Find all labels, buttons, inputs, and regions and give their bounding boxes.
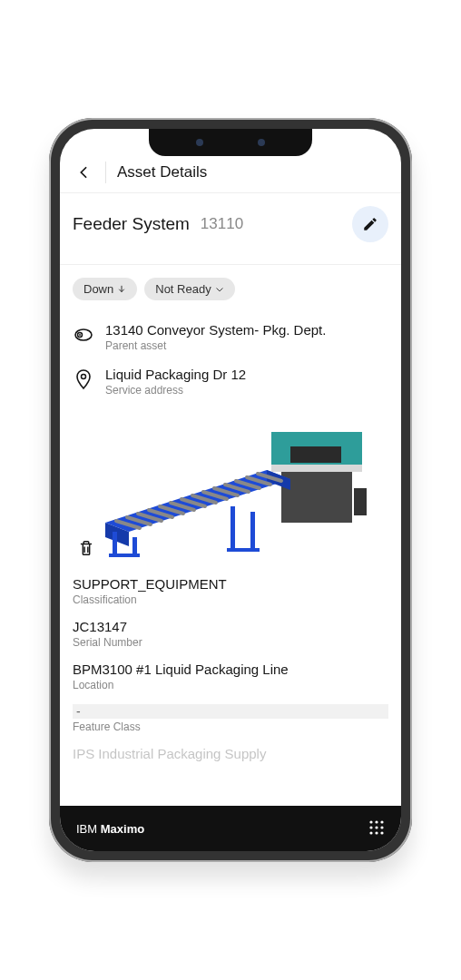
service-address-row[interactable]: Liquid Packaging Dr 12 Service address: [73, 367, 388, 397]
svg-rect-29: [250, 512, 255, 552]
serial-value: JC13147: [73, 619, 388, 634]
feature-class-field: - Feature Class: [73, 704, 388, 733]
svg-point-32: [369, 820, 372, 823]
footer-brand-bold: Maximo: [101, 822, 144, 836]
asset-id: 13110: [201, 215, 243, 233]
footer-brand: IBM Maximo: [76, 822, 144, 836]
asset-name: Feeder System: [73, 214, 190, 234]
svg-rect-26: [113, 532, 117, 555]
edit-button[interactable]: [352, 206, 388, 242]
footer-brand-prefix: IBM: [76, 822, 101, 836]
svg-marker-9: [105, 470, 290, 532]
arrow-down-icon: [117, 285, 126, 294]
svg-point-39: [375, 831, 378, 834]
trash-icon: [76, 538, 96, 558]
svg-point-2: [79, 334, 81, 336]
svg-rect-6: [281, 472, 352, 523]
asset-image: [73, 411, 388, 565]
svg-rect-31: [227, 548, 260, 552]
status-down-pill[interactable]: Down: [73, 278, 137, 300]
location-field: BPM3100 #1 Liquid Packaging Line Locatio…: [73, 662, 388, 691]
svg-rect-8: [290, 446, 341, 463]
location-value: BPM3100 #1 Liquid Packaging Line: [73, 662, 388, 677]
classification-field: SUPPORT_EQUIPMENT Classification: [73, 576, 388, 606]
service-address-label: Service address: [105, 384, 246, 397]
serial-label: Serial Number: [73, 636, 388, 649]
svg-rect-7: [354, 488, 367, 515]
svg-point-40: [380, 831, 383, 834]
svg-rect-28: [230, 506, 235, 550]
feature-class-label: Feature Class: [73, 720, 388, 733]
classification-value: SUPPORT_EQUIPMENT: [73, 576, 388, 592]
svg-point-38: [369, 831, 372, 834]
grid-icon: [368, 819, 385, 836]
svg-rect-30: [109, 554, 140, 557]
next-field-cutoff: IPS Industrial Packaging Supply: [73, 746, 388, 761]
parent-asset-row[interactable]: 13140 Conveyor System- Pkg. Dept. Parent…: [73, 322, 388, 352]
classification-label: Classification: [73, 593, 388, 606]
page-title: Asset Details: [117, 163, 207, 181]
svg-point-36: [375, 826, 378, 828]
status-down-label: Down: [83, 282, 113, 296]
status-notready-pill[interactable]: Not Ready: [144, 278, 234, 300]
parent-asset-label: Parent asset: [105, 339, 326, 352]
belt-icon: [73, 324, 94, 346]
serial-field: JC13147 Serial Number: [73, 619, 388, 649]
svg-point-34: [380, 820, 383, 823]
location-label: Location: [73, 679, 388, 691]
svg-point-35: [369, 826, 372, 828]
back-button[interactable]: [73, 162, 94, 183]
svg-point-3: [82, 375, 86, 379]
service-address-value: Liquid Packaging Dr 12: [105, 367, 246, 382]
status-notready-label: Not Ready: [155, 282, 211, 296]
app-grid-button[interactable]: [368, 819, 385, 838]
header-divider: [105, 162, 106, 183]
parent-asset-value: 13140 Conveyor System- Pkg. Dept.: [105, 322, 326, 338]
chevron-down-icon: [215, 285, 224, 294]
svg-point-33: [375, 820, 378, 823]
location-pin-icon: [73, 368, 94, 390]
feature-class-value: -: [73, 704, 388, 719]
pencil-icon: [362, 216, 378, 232]
delete-image-button[interactable]: [76, 538, 102, 564]
svg-rect-5: [271, 465, 362, 472]
svg-point-37: [380, 826, 383, 828]
